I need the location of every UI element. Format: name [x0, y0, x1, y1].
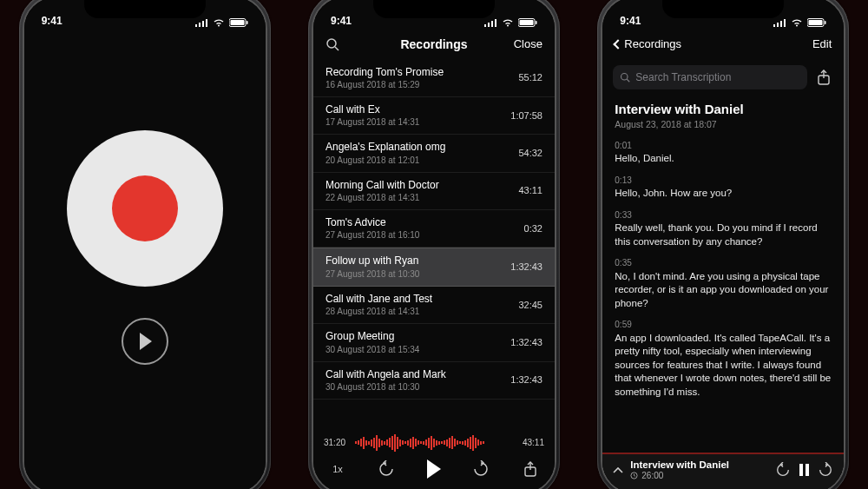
row-title: Angela's Explanation omg [326, 141, 445, 153]
share-button[interactable] [814, 68, 833, 87]
list-item[interactable]: Angela's Explanation omg20 August 2018 a… [313, 135, 555, 172]
play-button[interactable] [122, 318, 168, 365]
list-item[interactable]: Call with Angela and Mark30 August 2018 … [313, 362, 555, 400]
svg-line-15 [335, 47, 339, 50]
search-placeholder: Search Transcription [635, 71, 731, 83]
pause-button[interactable] [799, 464, 809, 476]
skip-forward-icon [818, 462, 833, 478]
row-subtitle: 30 August 2018 at 10:30 [326, 382, 446, 392]
nav-bar: Recordings Close [313, 29, 555, 60]
row-duration: 43:11 [518, 185, 542, 195]
row-duration: 1:07:58 [510, 110, 542, 121]
row-title: Group Meeting [326, 330, 419, 342]
chevron-up-icon [613, 466, 623, 473]
transcript-segment[interactable]: 0:13Hello, John. How are you? [615, 175, 832, 201]
battery-icon [807, 18, 826, 27]
segment-time: 0:35 [615, 257, 832, 269]
share-icon [523, 461, 537, 477]
list-item[interactable]: Morning Call with Doctor22 August 2018 a… [313, 173, 555, 210]
svg-rect-8 [488, 23, 490, 27]
svg-rect-21 [784, 19, 786, 27]
segment-time: 0:01 [615, 140, 832, 152]
row-subtitle: 28 August 2018 at 14:31 [326, 307, 432, 316]
device-notch [373, 0, 495, 18]
list-item[interactable]: Recording Tom's Promise16 August 2018 at… [313, 60, 555, 97]
battery-icon [518, 18, 537, 27]
doc-header: Interview with Daniel August 23, 2018 at… [602, 95, 844, 133]
svg-rect-24 [825, 21, 826, 24]
waveform-scrubber[interactable] [355, 433, 513, 453]
svg-line-26 [628, 79, 630, 82]
search-icon [326, 37, 339, 51]
signal-icon [195, 18, 208, 27]
expand-player-button[interactable] [613, 466, 623, 473]
record-button[interactable] [67, 130, 223, 287]
svg-rect-7 [484, 24, 486, 27]
record-icon [112, 175, 178, 241]
svg-rect-9 [491, 21, 493, 27]
doc-title: Interview with Daniel [615, 102, 832, 116]
skip-back-button[interactable] [378, 460, 395, 478]
list-item[interactable]: Call with Ex17 August 2018 at 14:311:07:… [313, 97, 555, 135]
row-subtitle: 27 August 2018 at 16:10 [326, 230, 419, 240]
row-duration: 1:32:43 [510, 337, 542, 347]
row-title: Recording Tom's Promise [326, 66, 444, 78]
svg-rect-10 [495, 19, 496, 27]
search-button[interactable] [326, 37, 364, 51]
transcript-segment[interactable]: 0:59An app I downloaded. It's called Tap… [615, 319, 832, 399]
segment-text: Really well, thank you. Do you mind if I… [615, 221, 832, 248]
transcript-segment[interactable]: 0:01Hello, Daniel. [615, 140, 832, 166]
search-input[interactable]: Search Transcription [613, 65, 807, 89]
row-duration: 1:32:43 [510, 374, 542, 385]
row-subtitle: 27 August 2018 at 10:30 [326, 269, 419, 279]
nav-title: Recordings [400, 37, 467, 51]
row-subtitle: 20 August 2018 at 12:01 [326, 155, 445, 165]
total-time: 43:11 [520, 438, 544, 447]
wifi-icon [502, 18, 514, 27]
transcript-segment[interactable]: 0:35No, I don't mind. Are you using a ph… [615, 257, 832, 310]
back-button[interactable]: Recordings [615, 37, 681, 50]
segment-text: Hello, John. How are you? [615, 187, 832, 201]
svg-rect-5 [230, 20, 244, 25]
share-icon [817, 69, 831, 85]
battery-icon [229, 18, 248, 27]
skip-forward-button[interactable] [472, 460, 490, 478]
speed-button[interactable]: 1x [329, 460, 346, 478]
status-time: 9:41 [331, 15, 352, 27]
segment-text: An app I downloaded. It's called TapeACa… [615, 332, 832, 400]
svg-point-25 [621, 73, 628, 80]
recordings-list[interactable]: Recording Tom's Promise16 August 2018 at… [313, 60, 555, 428]
mini-player: Interview with Daniel 26:00 [602, 453, 844, 490]
row-subtitle: 22 August 2018 at 14:31 [326, 193, 439, 202]
transcript-segment[interactable]: 0:33Really well, thank you. Do you mind … [615, 209, 832, 249]
row-duration: 0:32 [524, 223, 542, 234]
skip-forward-icon [472, 460, 490, 478]
signal-icon [773, 18, 786, 27]
doc-subtitle: August 23, 2018 at 18:07 [615, 119, 832, 129]
svg-rect-23 [809, 20, 823, 25]
pause-icon [799, 464, 803, 476]
mini-title: Interview with Daniel [630, 459, 768, 470]
svg-rect-19 [777, 23, 779, 27]
phone-recordings: 9:41 Recordings Close Recording Tom's Pr… [308, 0, 560, 489]
row-subtitle: 30 August 2018 at 15:34 [326, 345, 419, 354]
clock-icon [630, 472, 638, 479]
transcript-body[interactable]: 0:01Hello, Daniel.0:13Hello, John. How a… [602, 133, 844, 453]
status-time: 9:41 [42, 15, 62, 27]
list-item[interactable]: Group Meeting30 August 2018 at 15:341:32… [313, 324, 555, 361]
device-notch [662, 0, 784, 18]
row-title: Tom's Advice [326, 216, 419, 228]
close-button[interactable]: Close [504, 37, 542, 50]
list-item[interactable]: Tom's Advice27 August 2018 at 16:100:32 [313, 210, 555, 248]
edit-button[interactable]: Edit [793, 37, 832, 50]
svg-rect-1 [199, 23, 201, 27]
skip-forward-button[interactable] [818, 462, 833, 478]
play-button[interactable] [427, 459, 441, 479]
svg-rect-13 [536, 21, 537, 24]
segment-text: No, I don't mind. Are you using a physic… [615, 270, 832, 311]
skip-back-button[interactable] [775, 462, 791, 478]
list-item[interactable]: Call with Jane and Test28 August 2018 at… [313, 287, 555, 324]
segment-time: 0:13 [615, 175, 832, 187]
list-item[interactable]: Follow up with Ryan27 August 2018 at 10:… [313, 248, 555, 286]
share-button[interactable] [522, 460, 539, 478]
